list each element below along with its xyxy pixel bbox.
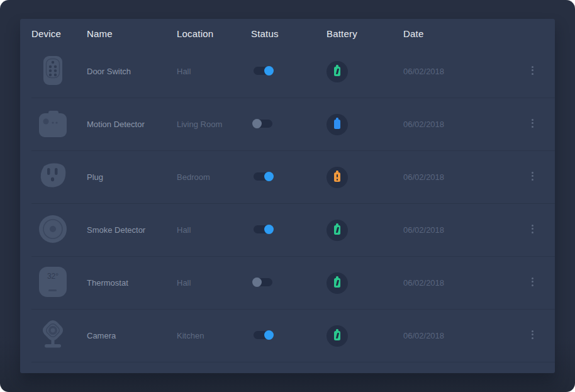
status-toggle[interactable] [254,331,272,339]
kebab-menu-icon[interactable] [527,273,539,290]
kebab-menu-icon[interactable] [527,115,539,132]
motion-detector-icon [38,107,68,140]
device-name: Motion Detector [87,120,177,129]
table-row: Camera Kitchen 06/02/2018 [31,310,555,362]
device-table: Device Name Location Status Battery Date… [20,19,555,373]
device-name: Plug [87,172,177,182]
device-location: Living Room [177,120,251,129]
battery-indicator [327,114,348,135]
battery-indicator [327,325,348,347]
thermostat-temp: 32° [47,272,59,281]
battery-indicator [327,220,348,241]
battery-indicator [327,167,348,188]
table-row: Smoke Detector Hall 06/02/2018 [31,204,555,257]
table-header: Device Name Location Status Battery Date [31,19,555,45]
device-date: 06/02/2018 [403,172,518,182]
column-header-location: Location [177,28,251,39]
status-toggle[interactable] [254,225,272,233]
plug-icon [38,160,68,193]
kebab-menu-icon[interactable] [527,167,539,184]
table-row: Door Switch Hall 06/02/2018 [31,45,555,98]
device-date: 06/02/2018 [403,331,518,340]
column-header-name: Name [87,28,177,39]
status-toggle[interactable] [254,172,272,181]
status-toggle[interactable] [254,278,272,286]
table-row: Motion Detector Living Room 06/02/2018 [31,98,555,151]
table-row: 32° Thermostat Hall 06/02/2018 [31,257,555,310]
remote-icon [38,54,68,87]
status-toggle[interactable] [254,120,272,128]
kebab-menu-icon[interactable] [527,220,539,237]
kebab-menu-icon[interactable] [527,62,539,79]
device-date: 06/02/2018 [403,67,518,76]
column-header-status: Status [251,28,327,39]
device-name: Camera [87,331,177,340]
device-location: Hall [177,225,251,235]
device-date: 06/02/2018 [403,278,518,288]
battery-indicator [327,61,348,82]
column-header-battery: Battery [327,28,403,39]
kebab-menu-icon[interactable] [527,326,539,343]
device-date: 06/02/2018 [403,225,518,235]
camera-icon [38,318,68,351]
device-name: Thermostat [87,278,177,288]
smoke-detector-icon [38,213,68,245]
column-header-date: Date [403,28,518,39]
thermostat-icon: 32° [38,266,68,298]
table-row: Plug Bedroom 06/02/2018 [31,151,555,204]
device-location: Kitchen [177,331,251,340]
device-location: Bedroom [177,172,251,182]
column-header-device: Device [31,28,87,39]
device-location: Hall [177,278,251,288]
device-date: 06/02/2018 [403,120,518,129]
device-name: Smoke Detector [87,225,177,235]
status-toggle[interactable] [254,67,272,75]
smart-home-dashboard: Device Name Location Status Battery Date… [0,0,575,392]
battery-indicator [327,272,348,294]
device-location: Hall [177,67,251,76]
device-name: Door Switch [87,67,177,76]
